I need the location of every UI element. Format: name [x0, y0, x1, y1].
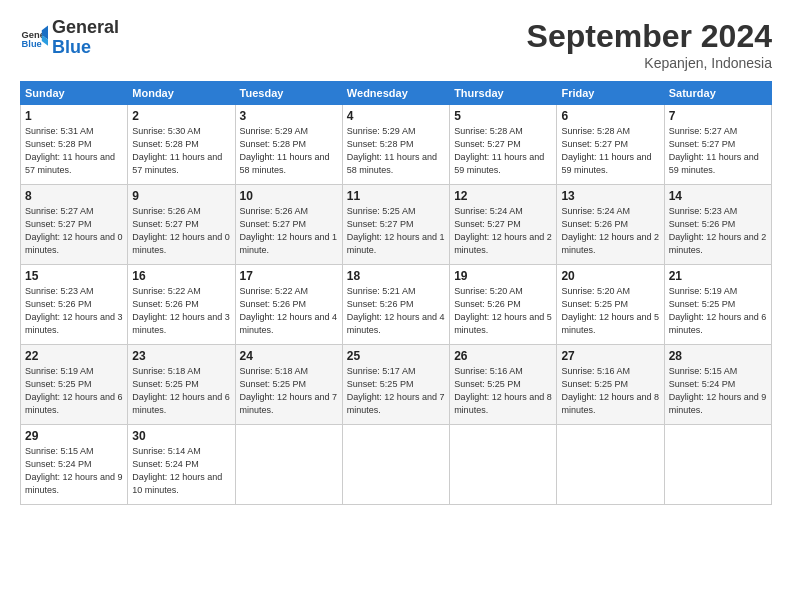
day-number: 29: [25, 429, 123, 443]
table-row: 30 Sunrise: 5:14 AMSunset: 5:24 PMDaylig…: [128, 425, 235, 505]
table-row: 19 Sunrise: 5:20 AMSunset: 5:26 PMDaylig…: [450, 265, 557, 345]
day-info: Sunrise: 5:23 AMSunset: 5:26 PMDaylight:…: [25, 285, 123, 337]
table-row: 21 Sunrise: 5:19 AMSunset: 5:25 PMDaylig…: [664, 265, 771, 345]
calendar-row: 29 Sunrise: 5:15 AMSunset: 5:24 PMDaylig…: [21, 425, 772, 505]
table-row: [450, 425, 557, 505]
day-number: 16: [132, 269, 230, 283]
day-info: Sunrise: 5:29 AMSunset: 5:28 PMDaylight:…: [240, 125, 338, 177]
header: General Blue General Blue September 2024…: [20, 18, 772, 71]
day-number: 5: [454, 109, 552, 123]
day-number: 19: [454, 269, 552, 283]
table-row: 14 Sunrise: 5:23 AMSunset: 5:26 PMDaylig…: [664, 185, 771, 265]
day-number: 4: [347, 109, 445, 123]
day-info: Sunrise: 5:27 AMSunset: 5:27 PMDaylight:…: [669, 125, 767, 177]
table-row: 9 Sunrise: 5:26 AMSunset: 5:27 PMDayligh…: [128, 185, 235, 265]
col-thursday: Thursday: [450, 82, 557, 105]
day-number: 2: [132, 109, 230, 123]
calendar-table: Sunday Monday Tuesday Wednesday Thursday…: [20, 81, 772, 505]
day-number: 13: [561, 189, 659, 203]
day-number: 6: [561, 109, 659, 123]
day-info: Sunrise: 5:21 AMSunset: 5:26 PMDaylight:…: [347, 285, 445, 337]
calendar-row: 1 Sunrise: 5:31 AMSunset: 5:28 PMDayligh…: [21, 105, 772, 185]
table-row: 26 Sunrise: 5:16 AMSunset: 5:25 PMDaylig…: [450, 345, 557, 425]
day-info: Sunrise: 5:16 AMSunset: 5:25 PMDaylight:…: [561, 365, 659, 417]
day-number: 15: [25, 269, 123, 283]
day-number: 7: [669, 109, 767, 123]
day-number: 1: [25, 109, 123, 123]
table-row: 24 Sunrise: 5:18 AMSunset: 5:25 PMDaylig…: [235, 345, 342, 425]
col-monday: Monday: [128, 82, 235, 105]
calendar-row: 15 Sunrise: 5:23 AMSunset: 5:26 PMDaylig…: [21, 265, 772, 345]
table-row: 2 Sunrise: 5:30 AMSunset: 5:28 PMDayligh…: [128, 105, 235, 185]
general-blue-icon: General Blue: [20, 24, 48, 52]
day-info: Sunrise: 5:28 AMSunset: 5:27 PMDaylight:…: [561, 125, 659, 177]
day-info: Sunrise: 5:28 AMSunset: 5:27 PMDaylight:…: [454, 125, 552, 177]
day-info: Sunrise: 5:14 AMSunset: 5:24 PMDaylight:…: [132, 445, 230, 497]
day-info: Sunrise: 5:16 AMSunset: 5:25 PMDaylight:…: [454, 365, 552, 417]
svg-text:Blue: Blue: [22, 39, 42, 49]
table-row: 1 Sunrise: 5:31 AMSunset: 5:28 PMDayligh…: [21, 105, 128, 185]
table-row: [664, 425, 771, 505]
day-number: 14: [669, 189, 767, 203]
col-saturday: Saturday: [664, 82, 771, 105]
day-info: Sunrise: 5:22 AMSunset: 5:26 PMDaylight:…: [240, 285, 338, 337]
day-number: 23: [132, 349, 230, 363]
table-row: [342, 425, 449, 505]
table-row: 20 Sunrise: 5:20 AMSunset: 5:25 PMDaylig…: [557, 265, 664, 345]
day-info: Sunrise: 5:27 AMSunset: 5:27 PMDaylight:…: [25, 205, 123, 257]
day-info: Sunrise: 5:29 AMSunset: 5:28 PMDaylight:…: [347, 125, 445, 177]
day-info: Sunrise: 5:26 AMSunset: 5:27 PMDaylight:…: [240, 205, 338, 257]
day-number: 17: [240, 269, 338, 283]
day-info: Sunrise: 5:31 AMSunset: 5:28 PMDaylight:…: [25, 125, 123, 177]
day-info: Sunrise: 5:26 AMSunset: 5:27 PMDaylight:…: [132, 205, 230, 257]
calendar-row: 8 Sunrise: 5:27 AMSunset: 5:27 PMDayligh…: [21, 185, 772, 265]
table-row: 6 Sunrise: 5:28 AMSunset: 5:27 PMDayligh…: [557, 105, 664, 185]
table-row: 15 Sunrise: 5:23 AMSunset: 5:26 PMDaylig…: [21, 265, 128, 345]
logo-text: General Blue: [52, 18, 119, 58]
logo: General Blue General Blue: [20, 18, 119, 58]
table-row: 16 Sunrise: 5:22 AMSunset: 5:26 PMDaylig…: [128, 265, 235, 345]
table-row: 7 Sunrise: 5:27 AMSunset: 5:27 PMDayligh…: [664, 105, 771, 185]
table-row: 18 Sunrise: 5:21 AMSunset: 5:26 PMDaylig…: [342, 265, 449, 345]
day-info: Sunrise: 5:30 AMSunset: 5:28 PMDaylight:…: [132, 125, 230, 177]
day-number: 12: [454, 189, 552, 203]
day-number: 20: [561, 269, 659, 283]
table-row: 8 Sunrise: 5:27 AMSunset: 5:27 PMDayligh…: [21, 185, 128, 265]
day-info: Sunrise: 5:18 AMSunset: 5:25 PMDaylight:…: [240, 365, 338, 417]
table-row: 22 Sunrise: 5:19 AMSunset: 5:25 PMDaylig…: [21, 345, 128, 425]
day-number: 24: [240, 349, 338, 363]
table-row: [557, 425, 664, 505]
day-number: 18: [347, 269, 445, 283]
day-info: Sunrise: 5:15 AMSunset: 5:24 PMDaylight:…: [669, 365, 767, 417]
month-title: September 2024: [527, 18, 772, 55]
page: General Blue General Blue September 2024…: [0, 0, 792, 612]
day-number: 27: [561, 349, 659, 363]
table-row: 25 Sunrise: 5:17 AMSunset: 5:25 PMDaylig…: [342, 345, 449, 425]
day-number: 11: [347, 189, 445, 203]
day-info: Sunrise: 5:19 AMSunset: 5:25 PMDaylight:…: [25, 365, 123, 417]
day-info: Sunrise: 5:19 AMSunset: 5:25 PMDaylight:…: [669, 285, 767, 337]
day-number: 25: [347, 349, 445, 363]
table-row: 3 Sunrise: 5:29 AMSunset: 5:28 PMDayligh…: [235, 105, 342, 185]
table-row: 27 Sunrise: 5:16 AMSunset: 5:25 PMDaylig…: [557, 345, 664, 425]
day-info: Sunrise: 5:24 AMSunset: 5:26 PMDaylight:…: [561, 205, 659, 257]
calendar-row: 22 Sunrise: 5:19 AMSunset: 5:25 PMDaylig…: [21, 345, 772, 425]
day-number: 9: [132, 189, 230, 203]
day-number: 8: [25, 189, 123, 203]
table-row: [235, 425, 342, 505]
table-row: 13 Sunrise: 5:24 AMSunset: 5:26 PMDaylig…: [557, 185, 664, 265]
col-wednesday: Wednesday: [342, 82, 449, 105]
day-number: 28: [669, 349, 767, 363]
day-number: 22: [25, 349, 123, 363]
calendar-header-row: Sunday Monday Tuesday Wednesday Thursday…: [21, 82, 772, 105]
day-info: Sunrise: 5:17 AMSunset: 5:25 PMDaylight:…: [347, 365, 445, 417]
day-info: Sunrise: 5:22 AMSunset: 5:26 PMDaylight:…: [132, 285, 230, 337]
day-info: Sunrise: 5:18 AMSunset: 5:25 PMDaylight:…: [132, 365, 230, 417]
title-block: September 2024 Kepanjen, Indonesia: [527, 18, 772, 71]
table-row: 12 Sunrise: 5:24 AMSunset: 5:27 PMDaylig…: [450, 185, 557, 265]
table-row: 23 Sunrise: 5:18 AMSunset: 5:25 PMDaylig…: [128, 345, 235, 425]
day-info: Sunrise: 5:20 AMSunset: 5:26 PMDaylight:…: [454, 285, 552, 337]
table-row: 29 Sunrise: 5:15 AMSunset: 5:24 PMDaylig…: [21, 425, 128, 505]
col-sunday: Sunday: [21, 82, 128, 105]
day-number: 3: [240, 109, 338, 123]
